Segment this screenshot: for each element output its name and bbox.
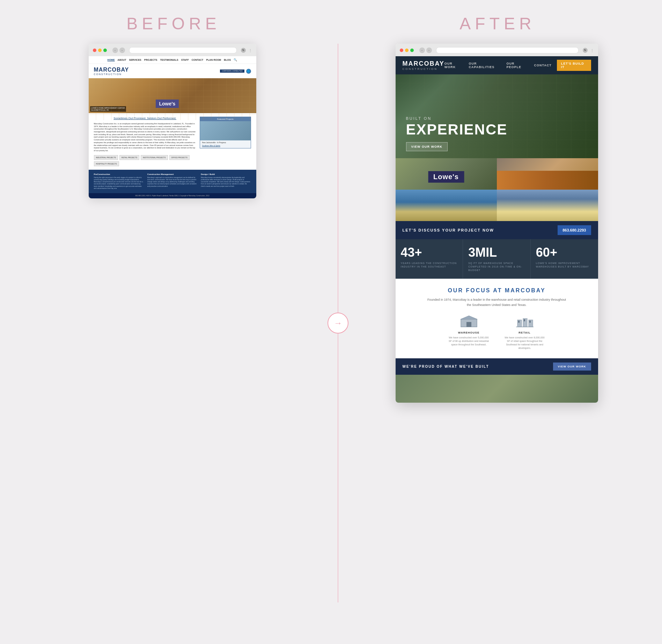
before-panel: ‹ › ↻ ⋮ HOME ABOUT SERVICES PROJECTS TES… [7, 44, 338, 198]
office-btn[interactable]: OFFICE PROJECTS [169, 155, 190, 160]
before-lowes-sign: Lowe's [156, 100, 179, 108]
after-panel: ‹ › ↻ ⋮ MARCOBAY CONSTRUCTION OUR WORK [338, 44, 655, 403]
grid-image-warehouse [396, 190, 497, 221]
browser-chrome-before: ‹ › ↻ ⋮ [89, 44, 256, 56]
stat-block-1: 3MIL SQ FT OF WAREHOUSE SPACE COMPLETED … [463, 239, 531, 279]
stat-number-2: 60+ [536, 246, 593, 259]
stat-number-0: 43+ [401, 246, 458, 259]
industrial-btn[interactable]: INDUSTRIAL PROJECTS [94, 155, 118, 160]
focus-retail-title: RETAIL [504, 331, 546, 334]
after-nav-links: OUR WORK OUR CAPABILITIES OUR PEOPLE CON… [444, 60, 591, 71]
address-bar-before[interactable] [129, 47, 237, 53]
stat-label-1: SQ FT OF WAREHOUSE SPACE COMPLETED IN 20… [468, 262, 525, 272]
institutional-btn[interactable]: INSTITUTIONAL PROJECTS [141, 155, 168, 160]
focus-warehouse-text: We have constructed over 5,000,000 SF of… [448, 336, 490, 346]
more-btn-after[interactable]: ⋮ [590, 49, 594, 52]
before-buttons: INDUSTRIAL PROJECTS RETAIL PROJECTS INST… [94, 155, 196, 166]
stat-label-2: LOWE'S HOME IMPROVEMENT WAREHOUSES BUILT… [536, 262, 593, 269]
hospitality-btn[interactable]: HOSPITALITY PROJECTS [94, 161, 119, 166]
browser-dots-before [93, 49, 107, 52]
after-hero-sup: BUILT ON [406, 116, 508, 120]
refresh-btn-after[interactable]: ↻ [583, 48, 588, 53]
more-btn-before[interactable]: ⋮ [249, 49, 252, 52]
after-hero: BUILT ON EXPERIENCE VIEW OUR WORK [396, 74, 598, 158]
after-hero-content: BUILT ON EXPERIENCE VIEW OUR WORK [406, 116, 508, 151]
dot-red-after[interactable] [400, 49, 403, 52]
stat-block-0: 43+ YEARS LEADING THE CONSTRUCTION INDUS… [396, 239, 463, 279]
nav-home[interactable]: HOME [108, 59, 115, 61]
before-footer-sections: PreConstruction Having the right resourc… [89, 170, 256, 193]
nav-staff[interactable]: STAFF [181, 59, 189, 61]
globe-icon: 🌐 [246, 69, 251, 74]
footer-col-3-text: Marcobay knows consistently demonstrates… [201, 177, 251, 188]
nav-our-people[interactable]: OUR PEOPLE [506, 62, 529, 69]
footer-col-3-title: Design / Build [201, 173, 251, 175]
stat-number-1: 3MIL [468, 246, 525, 259]
search-icon-before[interactable]: 🔍 [234, 58, 237, 61]
footer-col-preconstruction: PreConstruction Having the right resourc… [94, 173, 144, 190]
footer-col-design: Design / Build Marcobay knows consistent… [201, 173, 251, 190]
dot-red-before[interactable] [93, 49, 96, 52]
before-main-text: Sometimes Out Promised. Seldom Out Perfo… [94, 117, 196, 166]
after-hero-title: EXPERIENCE [406, 122, 508, 137]
after-stats: 43+ YEARS LEADING THE CONSTRUCTION INDUS… [396, 239, 598, 279]
before-header-right: CORPORATE CAPABILITIES 🌐 [220, 69, 251, 74]
address-bar-after[interactable] [436, 47, 579, 53]
focus-retail-text: We have constructed over 8,000,000 SF of… [504, 336, 546, 350]
corp-cap-button[interactable]: CORPORATE CAPABILITIES [220, 69, 244, 73]
featured-link[interactable]: Southern Wire & Spirits [200, 145, 251, 148]
after-focus-text: Founded in 1974, Marcobay is a leader in… [427, 297, 567, 307]
before-browser: ‹ › ↻ ⋮ HOME ABOUT SERVICES PROJECTS TES… [89, 44, 256, 198]
footer-col-1-text: Having the right resources in the early … [94, 177, 144, 190]
dot-yellow-after[interactable] [405, 49, 409, 52]
grid-image-lowes: Lowe's [396, 158, 497, 190]
nav-blog[interactable]: BLOG [224, 59, 231, 61]
stat-block-2: 60+ LOWE'S HOME IMPROVEMENT WAREHOUSES B… [531, 239, 598, 279]
after-logo-main: MARCOBAY [403, 60, 444, 67]
after-bottom-image [396, 375, 598, 403]
browser-chrome-after: ‹ › ↻ ⋮ [396, 44, 598, 56]
stat-label-0: YEARS LEADING THE CONSTRUCTION INDUSTRY … [401, 262, 458, 269]
comparison-divider: → [338, 44, 338, 602]
after-proud-button[interactable]: VIEW OUR WORK [553, 363, 591, 371]
after-phone-number[interactable]: 863.680.2293 [558, 225, 591, 235]
arrow-icon: → [328, 313, 348, 334]
after-proud-text: WE'RE PROUD OF WHAT WE'VE BUILT [403, 365, 489, 368]
back-btn-after[interactable]: ‹ [419, 47, 425, 53]
back-btn-before[interactable]: ‹ [112, 47, 118, 53]
retail-btn[interactable]: RETAIL PROJECTS [119, 155, 139, 160]
nav-testimonials[interactable]: TESTIMONIALS [160, 59, 178, 61]
before-site-nav: HOME ABOUT SERVICES PROJECTS TESTIMONIAL… [89, 56, 256, 64]
featured-projects-box: Featured Projects New Jacksonville - In … [200, 117, 251, 148]
before-site-content: Sometimes Out Promised. Seldom Out Perfo… [89, 113, 256, 170]
dot-green-before[interactable] [103, 49, 107, 52]
after-site-nav: MARCOBAY CONSTRUCTION OUR WORK OUR CAPAB… [396, 56, 598, 74]
browser-nav-before: ‹ › [112, 47, 125, 53]
nav-contact[interactable]: CONTACT [534, 64, 551, 67]
nav-our-work[interactable]: OUR WORK [444, 62, 464, 69]
nav-about[interactable]: ABOUT [118, 59, 126, 61]
grid-image-building [497, 158, 598, 190]
forward-btn-before[interactable]: › [119, 47, 125, 53]
svg-rect-9 [529, 321, 531, 323]
after-hero-button[interactable]: VIEW OUR WORK [406, 142, 448, 151]
refresh-btn-before[interactable]: ↻ [241, 48, 246, 53]
forward-btn-after[interactable]: › [426, 47, 432, 53]
after-nav-cta-button[interactable]: LET'S BUILD IT [557, 60, 591, 71]
nav-planroom[interactable]: PLAN ROOM [206, 59, 221, 61]
footer-col-2-text: Marcobay's approach to construction mana… [147, 177, 197, 188]
dot-yellow-before[interactable] [98, 49, 102, 52]
nav-services[interactable]: SERVICES [129, 59, 141, 61]
after-focus-section: OUR FOCUS AT MARCOBAY Founded in 1974, M… [396, 279, 598, 358]
before-site: HOME ABOUT SERVICES PROJECTS TESTIMONIAL… [89, 56, 256, 198]
after-label: AFTER [459, 14, 535, 33]
nav-projects[interactable]: PROJECTS [144, 59, 157, 61]
dot-green-after[interactable] [410, 49, 414, 52]
focus-item-warehouse: WAREHOUSE We have constructed over 5,000… [448, 314, 490, 350]
nav-our-capabilities[interactable]: OUR CAPABILITIES [469, 62, 501, 69]
footer-col-2-title: Construction Management [147, 173, 197, 175]
after-focus-title: OUR FOCUS AT MARCOBAY [406, 287, 588, 294]
after-project-grid: Lowe's [396, 158, 598, 221]
nav-contact[interactable]: CONTACT [192, 59, 204, 61]
before-logo: MARCOBAY CONSTRUCTION [94, 67, 129, 75]
